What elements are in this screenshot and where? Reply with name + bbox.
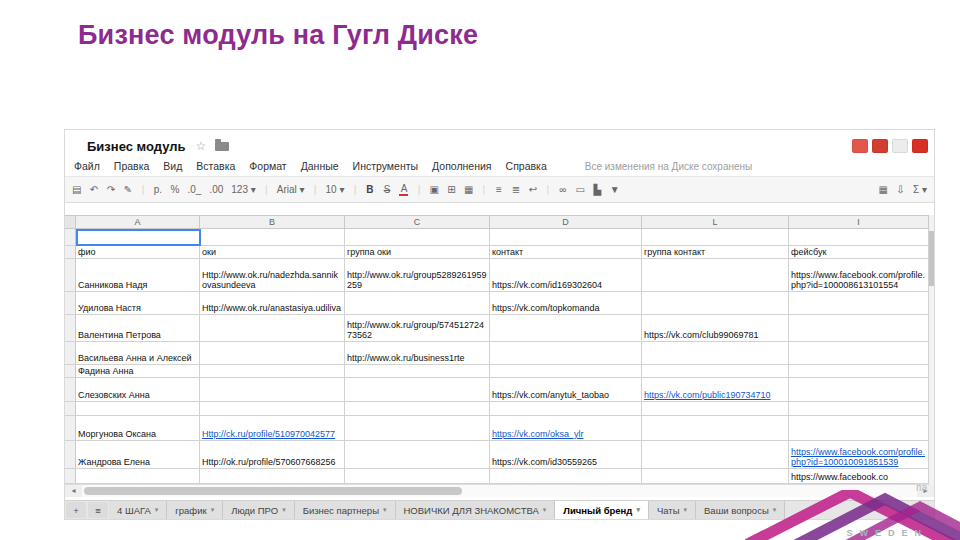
cell-r7-c4[interactable]: https://vk.com/public190734710 — [642, 378, 789, 401]
fill-color-button[interactable]: ▣ — [429, 184, 438, 195]
cell-r10-c4[interactable] — [642, 441, 789, 468]
insert-chart-button[interactable]: ▙ — [593, 184, 602, 195]
menu-item-2[interactable]: Вид — [163, 160, 182, 172]
cell-r4-c4[interactable]: https://vk.com/club99069781 — [642, 315, 789, 341]
cell-r5-c2[interactable]: http://www.ok.ru/business1rte — [345, 342, 490, 364]
sheet-tab-7[interactable]: Ваши вопросы▾ — [696, 501, 785, 519]
row-header-9[interactable] — [65, 416, 76, 440]
cell-r5-c1[interactable] — [200, 342, 345, 364]
row-header-5[interactable] — [65, 342, 76, 364]
font-size-select[interactable]: 10 ▾ — [326, 184, 345, 195]
select-all-corner[interactable] — [65, 216, 76, 228]
cell-r8-c2[interactable] — [345, 402, 490, 415]
cell-r2-c2[interactable]: http://www.ok.ru/group5289261959259 — [345, 259, 490, 291]
row-header-6[interactable] — [65, 365, 76, 377]
cell-r1-c3[interactable]: контакт — [490, 246, 642, 258]
cell-r3-c5[interactable] — [789, 292, 929, 314]
cell-r6-c3[interactable] — [490, 365, 642, 377]
cell-r8-c1[interactable] — [200, 402, 345, 415]
column-header-3[interactable]: D — [490, 216, 642, 228]
row-header-1[interactable] — [65, 246, 76, 258]
cell-r3-c4[interactable] — [642, 292, 789, 314]
menu-item-1[interactable]: Правка — [114, 160, 149, 172]
cell-r10-c3[interactable]: https://vk.com/id30559265 — [490, 441, 642, 468]
merge-cells-button[interactable]: ▦ — [464, 184, 473, 195]
vertical-scrollbar[interactable] — [929, 215, 934, 485]
download-button[interactable]: ⇩ — [896, 184, 905, 195]
cell-r0-c4[interactable] — [642, 229, 789, 245]
star-icon[interactable]: ☆ — [195, 139, 206, 153]
cell-r11-c0[interactable] — [76, 469, 200, 483]
horizontal-scroll-thumb[interactable] — [84, 487, 462, 495]
menu-item-0[interactable]: Файл — [74, 160, 100, 172]
horizontal-scrollbar[interactable]: ◂ ▸ — [65, 484, 934, 497]
row-header-11[interactable] — [65, 469, 76, 483]
filter-button[interactable]: ▼ — [610, 184, 620, 195]
column-header-5[interactable]: I — [789, 216, 929, 228]
cell-r3-c1[interactable]: Http://www.ok.ru/anastasiya.udiliva — [200, 292, 345, 314]
cell-r11-c3[interactable] — [490, 469, 642, 483]
column-header-4[interactable]: L — [642, 216, 789, 228]
cell-r4-c2[interactable]: http://www.ok.ru/group/57451272473562 — [345, 315, 490, 341]
cell-r2-c5[interactable]: https://www.facebook.com/profile.php?id=… — [789, 259, 929, 291]
bold-button[interactable]: B — [365, 184, 374, 195]
align-left-button[interactable]: ≡ — [494, 184, 503, 195]
decimal-decrease-button[interactable]: .0_ — [187, 184, 201, 195]
cell-r4-c3[interactable] — [490, 315, 642, 341]
cell-r9-c2[interactable] — [345, 416, 490, 440]
cell-r9-c3[interactable]: https://vk.com/oksa_ylr — [490, 416, 642, 440]
cell-r4-c1[interactable] — [200, 315, 345, 341]
cell-r10-c1[interactable]: Http://ok.ru/profile/570607668256 — [200, 441, 345, 468]
cell-r8-c0[interactable] — [76, 402, 200, 415]
insert-link-button[interactable]: ∞ — [558, 184, 567, 195]
sheet-tab-4[interactable]: НОВИЧКИ ДЛЯ ЗНАКОМСТВА▾ — [396, 501, 556, 519]
borders-button[interactable]: ⊞ — [447, 184, 456, 195]
cell-r7-c0[interactable]: Слезовских Анна — [76, 378, 200, 401]
row-header-0[interactable] — [65, 229, 76, 245]
cell-r4-c5[interactable] — [789, 315, 929, 341]
functions-button[interactable]: Σ ▾ — [913, 184, 927, 195]
cell-r8-c4[interactable] — [642, 402, 789, 415]
cell-r1-c2[interactable]: группа оки — [345, 246, 490, 258]
cell-r0-c2[interactable] — [345, 229, 490, 245]
row-header-10[interactable] — [65, 441, 76, 468]
cell-r5-c0[interactable]: Васильева Анна и Алексей — [76, 342, 200, 364]
cell-r7-c3[interactable]: https://vk.com/anytuk_taobao — [490, 378, 642, 401]
cell-r10-c0[interactable]: Жандрова Елена — [76, 441, 200, 468]
cell-r2-c3[interactable]: https://vk.com/id169302604 — [490, 259, 642, 291]
folder-icon[interactable] — [215, 142, 229, 151]
cell-r11-c1[interactable] — [200, 469, 345, 483]
browser-icon-2[interactable] — [872, 139, 888, 153]
cell-r5-c3[interactable] — [490, 342, 642, 364]
cell-r3-c3[interactable]: https://vk.com/topkomanda — [490, 292, 642, 314]
cell-r0-c1[interactable] — [200, 229, 345, 245]
cell-r0-c3[interactable] — [490, 229, 642, 245]
number-format-menu[interactable]: 123 ▾ — [231, 184, 255, 195]
sheet-tab-5[interactable]: Личный бренд▾ — [555, 501, 649, 519]
cell-r3-c0[interactable]: Удилова Настя — [76, 292, 200, 314]
add-sheet-button[interactable]: + — [66, 502, 86, 518]
cell-r4-c0[interactable]: Валентина Петрова — [76, 315, 200, 341]
paint-format-icon[interactable]: ✎ — [123, 184, 132, 195]
cell-r6-c2[interactable] — [345, 365, 490, 377]
scroll-left-button[interactable]: ◂ — [65, 485, 82, 497]
cell-r8-c3[interactable] — [490, 402, 642, 415]
wrap-text-button[interactable]: ↩ — [528, 184, 537, 195]
cell-r6-c4[interactable] — [642, 365, 789, 377]
cell-r5-c5[interactable] — [789, 342, 929, 364]
view-grid-button[interactable]: ▦ — [879, 184, 888, 195]
text-color-button[interactable]: A — [399, 184, 408, 196]
sheet-tab-3[interactable]: Бизнес партнеры▾ — [295, 501, 396, 519]
cell-r6-c0[interactable]: Фадина Анна — [76, 365, 200, 377]
cell-r10-c2[interactable] — [345, 441, 490, 468]
row-header-4[interactable] — [65, 315, 76, 341]
insert-comment-button[interactable]: ▭ — [575, 184, 584, 195]
cell-r0-c5[interactable] — [789, 229, 929, 245]
currency-format-button[interactable]: р. — [153, 184, 162, 195]
cell-r1-c0[interactable]: фио — [76, 246, 200, 258]
cell-r5-c4[interactable] — [642, 342, 789, 364]
cell-r9-c1[interactable]: Http://ck.ru/profile/510970042577 — [200, 416, 345, 440]
menu-item-6[interactable]: Инструменты — [353, 160, 418, 172]
cell-r7-c5[interactable] — [789, 378, 929, 401]
row-header-8[interactable] — [65, 402, 76, 415]
